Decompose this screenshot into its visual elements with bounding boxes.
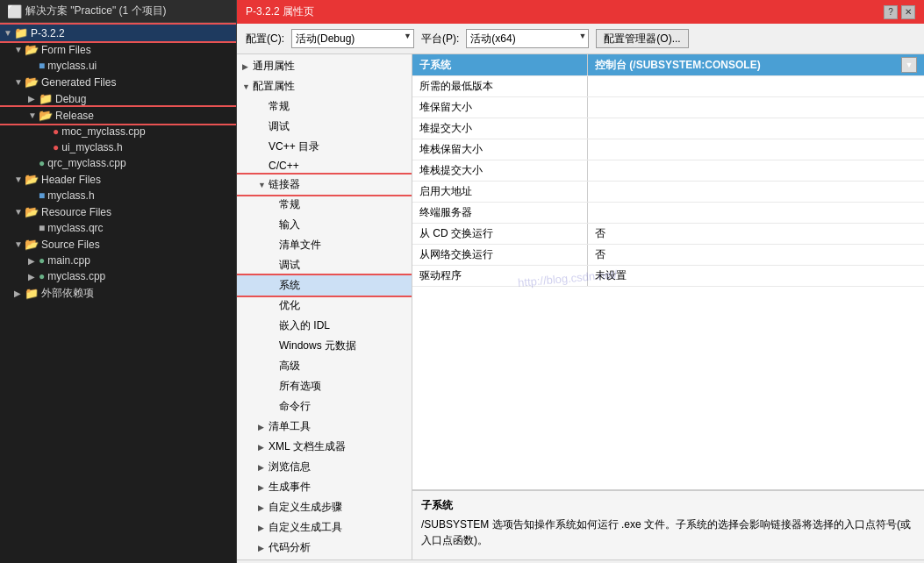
tree-item-general-props[interactable]: ▶ 通用属性 bbox=[237, 56, 412, 76]
props-value-dropdown-btn[interactable]: ▼ bbox=[901, 57, 917, 73]
props-row: 堆栈提交大小 bbox=[412, 160, 924, 182]
properties-dialog: P-3.2.2 属性页 ? ✕ 配置(C): 活动(Debug) 平台(P): … bbox=[237, 0, 924, 563]
props-value: 否 bbox=[588, 224, 924, 244]
props-key: 堆提交大小 bbox=[412, 118, 588, 139]
tree-item-myclass-cpp[interactable]: ▶ ● myclass.cpp bbox=[0, 268, 236, 284]
tree-item-cpp[interactable]: C/C++ bbox=[237, 157, 412, 175]
tree-item-myclass-qrc[interactable]: ■ myclass.qrc bbox=[0, 220, 236, 236]
props-value bbox=[588, 203, 924, 223]
dialog-body: 配置(C): 活动(Debug) 平台(P): 活动(x64) 配置管理器(O)… bbox=[237, 24, 924, 563]
tree-item-custom-build-step[interactable]: ▶ 自定义生成步骤 bbox=[237, 497, 412, 517]
description-text: /SUBSYSTEM 选项告知操作系统如何运行 .exe 文件。子系统的选择会影… bbox=[421, 517, 915, 548]
close-button[interactable]: ✕ bbox=[901, 5, 915, 19]
tree-item-linker-advanced[interactable]: 高级 bbox=[237, 356, 412, 376]
props-key: 从网络交换运行 bbox=[412, 245, 588, 265]
tree-item-linker-system[interactable]: 系统 bbox=[237, 275, 412, 296]
tree-item-xml-gen[interactable]: ▶ XML 文档生成器 bbox=[237, 437, 412, 457]
tree-item-main-cpp[interactable]: ▶ ● main.cpp bbox=[0, 253, 236, 268]
props-value bbox=[588, 76, 924, 96]
tree-item-linker-all-options[interactable]: 所有选项 bbox=[237, 376, 412, 396]
platform-label: 平台(P): bbox=[421, 32, 459, 46]
props-value bbox=[588, 160, 924, 181]
tree-item-form-files[interactable]: ▼ 📂 Form Files bbox=[0, 41, 236, 58]
props-row: 从网络交换运行 否 bbox=[412, 245, 924, 266]
tree-root[interactable]: ▼ 📁 P-3.2.2 bbox=[0, 25, 236, 41]
tree-item-linker-input[interactable]: 输入 bbox=[237, 215, 412, 235]
props-key: 启用大地址 bbox=[412, 182, 588, 202]
props-table: 子系统 控制台 (/SUBSYSTEM:CONSOLE) ▼ 所需的最低版本 bbox=[412, 54, 924, 489]
tree-item-build-events[interactable]: ▶ 生成事件 bbox=[237, 477, 412, 497]
tree-item-vc-dir[interactable]: VC++ 目录 bbox=[237, 137, 412, 157]
props-row: 启用大地址 bbox=[412, 182, 924, 203]
solution-explorer-title: ⬜ 解决方案 "Practice" (1 个项目) bbox=[0, 0, 236, 23]
tree-item-linker-manifest[interactable]: 清单文件 bbox=[237, 235, 412, 255]
config-select-wrapper: 活动(Debug) bbox=[291, 29, 414, 48]
tree-item-moc-myclass[interactable]: ● moc_myclass.cpp bbox=[0, 124, 236, 139]
tree-item-release[interactable]: ▼ 📂 Release bbox=[0, 107, 236, 124]
dialog-footer: 确定 取消 应用(A) bbox=[237, 559, 924, 563]
tree-item-linker[interactable]: ▼ 链接器 bbox=[237, 175, 412, 195]
tree-item-linker-idl[interactable]: 嵌入的 IDL bbox=[237, 316, 412, 336]
tree-item-code-analysis[interactable]: ▶ 代码分析 bbox=[237, 538, 412, 558]
props-header-value: 控制台 (/SUBSYSTEM:CONSOLE) ▼ bbox=[588, 54, 924, 75]
tree-item-resource-files[interactable]: ▼ 📂 Resource Files bbox=[0, 203, 236, 220]
platform-select[interactable]: 活动(x64) bbox=[466, 29, 589, 48]
props-row: 从 CD 交换运行 否 bbox=[412, 224, 924, 245]
config-label: 配置(C): bbox=[246, 32, 284, 46]
props-row: 堆栈保留大小 bbox=[412, 139, 924, 160]
tree-item-linker-general[interactable]: 常规 bbox=[237, 195, 412, 215]
solution-icon: ⬜ bbox=[7, 4, 22, 18]
props-row: 堆保留大小 bbox=[412, 97, 924, 118]
solution-tree: ▼ 📁 P-3.2.2 ▼ 📂 Form Files ■ myclass.ui … bbox=[0, 23, 236, 563]
props-value bbox=[588, 139, 924, 160]
content-area: ▶ 通用属性 ▼ 配置属性 常规 调试 VC++ 目录 bbox=[237, 54, 924, 559]
dialog-titlebar: P-3.2.2 属性页 ? ✕ bbox=[237, 0, 924, 24]
props-key: 堆栈保留大小 bbox=[412, 139, 588, 160]
description-box: 子系统 /SUBSYSTEM 选项告知操作系统如何运行 .exe 文件。子系统的… bbox=[412, 489, 924, 559]
props-value bbox=[588, 182, 924, 202]
tree-item-source-files[interactable]: ▼ 📂 Source Files bbox=[0, 236, 236, 253]
tree-item-linker-cmdline[interactable]: 命令行 bbox=[237, 396, 412, 417]
props-tree: ▶ 通用属性 ▼ 配置属性 常规 调试 VC++ 目录 bbox=[237, 54, 412, 559]
tree-item-manifest-tool[interactable]: ▶ 清单工具 bbox=[237, 417, 412, 437]
tree-item-linker-optimize[interactable]: 优化 bbox=[237, 296, 412, 316]
tree-item-debug[interactable]: 调试 bbox=[237, 117, 412, 137]
props-value bbox=[588, 118, 924, 139]
platform-select-wrapper: 活动(x64) bbox=[466, 29, 589, 48]
tree-item-myclass-ui[interactable]: ■ myclass.ui bbox=[0, 58, 236, 74]
props-key: 堆栈提交大小 bbox=[412, 160, 588, 181]
tree-item-generated-files[interactable]: ▼ 📂 Generated Files bbox=[0, 74, 236, 90]
help-button[interactable]: ? bbox=[884, 5, 898, 19]
props-row: 所需的最低版本 bbox=[412, 76, 924, 97]
props-header-key: 子系统 bbox=[412, 54, 588, 75]
props-key: 驱动程序 bbox=[412, 266, 588, 286]
config-manage-button[interactable]: 配置管理器(O)... bbox=[596, 29, 688, 48]
tree-item-header-files[interactable]: ▼ 📂 Header Files bbox=[0, 171, 236, 188]
props-right-panel: 子系统 控制台 (/SUBSYSTEM:CONSOLE) ▼ 所需的最低版本 bbox=[412, 54, 924, 559]
props-key: 所需的最低版本 bbox=[412, 76, 588, 96]
props-value: 否 bbox=[588, 245, 924, 265]
solution-explorer: ⬜ 解决方案 "Practice" (1 个项目) ▼ 📁 P-3.2.2 ▼ … bbox=[0, 0, 237, 563]
tree-item-debug[interactable]: ▶ 📁 Debug bbox=[0, 90, 236, 107]
config-bar: 配置(C): 活动(Debug) 平台(P): 活动(x64) 配置管理器(O)… bbox=[237, 24, 924, 54]
tree-item-browse-info[interactable]: ▶ 浏览信息 bbox=[237, 457, 412, 477]
props-key: 终端服务器 bbox=[412, 203, 588, 223]
tree-item-linker-winmeta[interactable]: Windows 元数据 bbox=[237, 336, 412, 356]
props-header-row: 子系统 控制台 (/SUBSYSTEM:CONSOLE) ▼ bbox=[412, 54, 924, 76]
tree-item-ui-myclass[interactable]: ● ui_myclass.h bbox=[0, 139, 236, 155]
config-select[interactable]: 活动(Debug) bbox=[291, 29, 414, 48]
props-key: 堆保留大小 bbox=[412, 97, 588, 118]
tree-item-external-deps[interactable]: ▶ 📁 外部依赖项 bbox=[0, 284, 236, 303]
props-value-select: 控制台 (/SUBSYSTEM:CONSOLE) ▼ bbox=[595, 57, 917, 73]
tree-item-config-props[interactable]: ▼ 配置属性 bbox=[237, 76, 412, 96]
props-row: 堆提交大小 bbox=[412, 118, 924, 139]
props-key: 从 CD 交换运行 bbox=[412, 224, 588, 244]
props-row: 终端服务器 bbox=[412, 203, 924, 224]
description-title: 子系统 bbox=[421, 498, 915, 513]
dialog-title: P-3.2.2 属性页 bbox=[246, 4, 314, 19]
tree-item-qrc[interactable]: ● qrc_myclass.cpp bbox=[0, 155, 236, 171]
tree-item-linker-debug[interactable]: 调试 bbox=[237, 255, 412, 275]
tree-item-myclass-h[interactable]: ■ myclass.h bbox=[0, 188, 236, 203]
tree-item-custom-build-tool[interactable]: ▶ 自定义生成工具 bbox=[237, 517, 412, 538]
tree-item-general[interactable]: 常规 bbox=[237, 96, 412, 117]
